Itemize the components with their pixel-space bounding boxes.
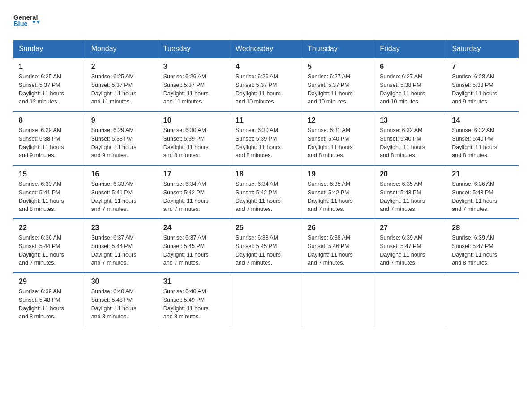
logo: General Blue	[13, 9, 40, 31]
header-day-saturday: Saturday	[446, 40, 519, 58]
day-cell-5: 5Sunrise: 6:27 AMSunset: 5:37 PMDaylight…	[302, 58, 374, 111]
day-cell-3: 3Sunrise: 6:26 AMSunset: 5:37 PMDaylight…	[158, 58, 230, 111]
day-info: Sunrise: 6:38 AMSunset: 5:46 PMDaylight:…	[308, 234, 369, 267]
day-info: Sunrise: 6:28 AMSunset: 5:38 PMDaylight:…	[452, 73, 513, 106]
empty-cell	[374, 273, 446, 326]
calendar-table: SundayMondayTuesdayWednesdayThursdayFrid…	[13, 40, 519, 326]
day-number: 21	[452, 170, 513, 178]
day-cell-15: 15Sunrise: 6:33 AMSunset: 5:41 PMDayligh…	[13, 165, 86, 219]
day-cell-24: 24Sunrise: 6:37 AMSunset: 5:45 PMDayligh…	[158, 219, 230, 273]
day-cell-6: 6Sunrise: 6:27 AMSunset: 5:38 PMDaylight…	[374, 58, 446, 111]
day-cell-12: 12Sunrise: 6:31 AMSunset: 5:40 PMDayligh…	[302, 111, 374, 165]
day-number: 22	[19, 224, 80, 232]
day-info: Sunrise: 6:31 AMSunset: 5:40 PMDaylight:…	[308, 126, 369, 160]
day-info: Sunrise: 6:37 AMSunset: 5:44 PMDaylight:…	[91, 234, 152, 267]
day-number: 12	[308, 116, 369, 124]
day-info: Sunrise: 6:38 AMSunset: 5:45 PMDaylight:…	[236, 234, 296, 267]
day-info: Sunrise: 6:30 AMSunset: 5:39 PMDaylight:…	[163, 126, 224, 160]
day-cell-17: 17Sunrise: 6:34 AMSunset: 5:42 PMDayligh…	[158, 165, 230, 219]
day-cell-7: 7Sunrise: 6:28 AMSunset: 5:38 PMDaylight…	[446, 58, 519, 111]
day-number: 3	[163, 63, 224, 71]
day-number: 23	[91, 224, 152, 232]
day-number: 11	[236, 116, 296, 124]
day-number: 26	[308, 224, 369, 232]
week-row-1: 1Sunrise: 6:25 AMSunset: 5:37 PMDaylight…	[13, 58, 519, 111]
svg-marker-2	[36, 21, 40, 24]
day-number: 9	[91, 116, 152, 124]
day-cell-9: 9Sunrise: 6:29 AMSunset: 5:38 PMDaylight…	[86, 111, 158, 165]
svg-marker-1	[32, 21, 36, 24]
day-cell-27: 27Sunrise: 6:39 AMSunset: 5:47 PMDayligh…	[374, 219, 446, 273]
day-info: Sunrise: 6:37 AMSunset: 5:45 PMDaylight:…	[163, 234, 224, 267]
day-info: Sunrise: 6:40 AMSunset: 5:48 PMDaylight:…	[91, 287, 152, 321]
day-cell-28: 28Sunrise: 6:39 AMSunset: 5:47 PMDayligh…	[446, 219, 519, 273]
day-info: Sunrise: 6:40 AMSunset: 5:49 PMDaylight:…	[163, 287, 224, 321]
day-cell-23: 23Sunrise: 6:37 AMSunset: 5:44 PMDayligh…	[86, 219, 158, 273]
day-number: 14	[452, 116, 513, 124]
day-info: Sunrise: 6:29 AMSunset: 5:38 PMDaylight:…	[91, 126, 152, 160]
day-number: 31	[163, 278, 224, 286]
calendar-body: 1Sunrise: 6:25 AMSunset: 5:37 PMDaylight…	[13, 58, 519, 326]
day-number: 24	[163, 224, 224, 232]
day-cell-8: 8Sunrise: 6:29 AMSunset: 5:38 PMDaylight…	[13, 111, 86, 165]
header-day-tuesday: Tuesday	[158, 40, 230, 58]
day-info: Sunrise: 6:30 AMSunset: 5:39 PMDaylight:…	[236, 126, 296, 160]
page-header: General Blue	[13, 9, 519, 31]
day-info: Sunrise: 6:29 AMSunset: 5:38 PMDaylight:…	[19, 126, 80, 160]
day-info: Sunrise: 6:32 AMSunset: 5:40 PMDaylight:…	[380, 126, 441, 160]
day-info: Sunrise: 6:27 AMSunset: 5:38 PMDaylight:…	[380, 73, 441, 106]
day-info: Sunrise: 6:35 AMSunset: 5:43 PMDaylight:…	[380, 180, 441, 214]
day-info: Sunrise: 6:26 AMSunset: 5:37 PMDaylight:…	[163, 73, 224, 106]
day-number: 2	[91, 63, 152, 71]
day-number: 5	[308, 63, 369, 71]
day-number: 4	[236, 63, 296, 71]
day-info: Sunrise: 6:27 AMSunset: 5:37 PMDaylight:…	[308, 73, 369, 106]
day-number: 6	[380, 63, 441, 71]
day-info: Sunrise: 6:26 AMSunset: 5:37 PMDaylight:…	[236, 73, 296, 106]
day-info: Sunrise: 6:39 AMSunset: 5:47 PMDaylight:…	[380, 234, 441, 267]
day-cell-26: 26Sunrise: 6:38 AMSunset: 5:46 PMDayligh…	[302, 219, 374, 273]
day-info: Sunrise: 6:36 AMSunset: 5:43 PMDaylight:…	[452, 180, 513, 214]
header-day-wednesday: Wednesday	[230, 40, 302, 58]
day-info: Sunrise: 6:35 AMSunset: 5:42 PMDaylight:…	[308, 180, 369, 214]
day-cell-19: 19Sunrise: 6:35 AMSunset: 5:42 PMDayligh…	[302, 165, 374, 219]
day-cell-10: 10Sunrise: 6:30 AMSunset: 5:39 PMDayligh…	[158, 111, 230, 165]
day-cell-31: 31Sunrise: 6:40 AMSunset: 5:49 PMDayligh…	[158, 273, 230, 326]
day-info: Sunrise: 6:39 AMSunset: 5:47 PMDaylight:…	[452, 234, 513, 267]
day-number: 18	[236, 170, 296, 178]
empty-cell	[446, 273, 519, 326]
week-row-2: 8Sunrise: 6:29 AMSunset: 5:38 PMDaylight…	[13, 111, 519, 165]
day-cell-22: 22Sunrise: 6:36 AMSunset: 5:44 PMDayligh…	[13, 219, 86, 273]
day-cell-18: 18Sunrise: 6:34 AMSunset: 5:42 PMDayligh…	[230, 165, 302, 219]
header-day-monday: Monday	[86, 40, 158, 58]
day-info: Sunrise: 6:25 AMSunset: 5:37 PMDaylight:…	[19, 73, 80, 106]
day-cell-30: 30Sunrise: 6:40 AMSunset: 5:48 PMDayligh…	[86, 273, 158, 326]
header-day-friday: Friday	[374, 40, 446, 58]
day-number: 13	[380, 116, 441, 124]
day-info: Sunrise: 6:34 AMSunset: 5:42 PMDaylight:…	[236, 180, 296, 214]
day-cell-4: 4Sunrise: 6:26 AMSunset: 5:37 PMDaylight…	[230, 58, 302, 111]
day-info: Sunrise: 6:25 AMSunset: 5:37 PMDaylight:…	[91, 73, 152, 106]
week-row-3: 15Sunrise: 6:33 AMSunset: 5:41 PMDayligh…	[13, 165, 519, 219]
day-cell-13: 13Sunrise: 6:32 AMSunset: 5:40 PMDayligh…	[374, 111, 446, 165]
day-cell-14: 14Sunrise: 6:32 AMSunset: 5:40 PMDayligh…	[446, 111, 519, 165]
day-info: Sunrise: 6:39 AMSunset: 5:48 PMDaylight:…	[19, 287, 80, 321]
logo-svg: General Blue	[13, 9, 40, 31]
day-cell-2: 2Sunrise: 6:25 AMSunset: 5:37 PMDaylight…	[86, 58, 158, 111]
day-info: Sunrise: 6:33 AMSunset: 5:41 PMDaylight:…	[19, 180, 80, 214]
day-number: 7	[452, 63, 513, 71]
day-info: Sunrise: 6:36 AMSunset: 5:44 PMDaylight:…	[19, 234, 80, 267]
day-info: Sunrise: 6:34 AMSunset: 5:42 PMDaylight:…	[163, 180, 224, 214]
day-info: Sunrise: 6:32 AMSunset: 5:40 PMDaylight:…	[452, 126, 513, 160]
calendar-header: SundayMondayTuesdayWednesdayThursdayFrid…	[13, 40, 519, 58]
empty-cell	[302, 273, 374, 326]
day-number: 28	[452, 224, 513, 232]
day-number: 19	[308, 170, 369, 178]
week-row-5: 29Sunrise: 6:39 AMSunset: 5:48 PMDayligh…	[13, 273, 519, 326]
empty-cell	[230, 273, 302, 326]
day-info: Sunrise: 6:33 AMSunset: 5:41 PMDaylight:…	[91, 180, 152, 214]
day-number: 8	[19, 116, 80, 124]
day-number: 29	[19, 278, 80, 286]
day-number: 10	[163, 116, 224, 124]
day-cell-20: 20Sunrise: 6:35 AMSunset: 5:43 PMDayligh…	[374, 165, 446, 219]
